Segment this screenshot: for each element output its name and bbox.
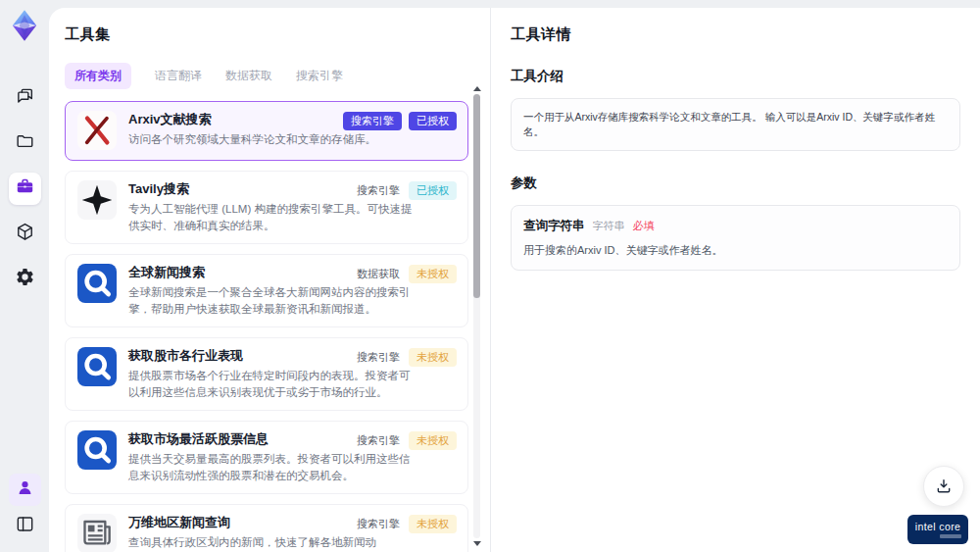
search-blue-icon — [77, 347, 117, 386]
tool-card[interactable]: Tavily搜索 专为人工智能代理 (LLM) 构建的搜索引擎工具。可快速提供实… — [65, 171, 468, 244]
tool-description: 提供当天交易量最高的股票列表。投资者可以利用这些信息来识别流动性强的股票和潜在的… — [128, 451, 415, 483]
intro-box: 一个用于从Arxiv存储库搜索科学论文和文章的工具。 输入可以是Arxiv ID… — [511, 98, 960, 151]
tool-description: 全球新闻搜索是一个聚合全球各大新闻网站内容的搜索引擎，帮助用户快速获取全球最新资… — [128, 284, 415, 317]
arxiv-logo-icon — [77, 111, 117, 150]
search-blue-icon — [77, 430, 117, 470]
scrollbar-thumb[interactable] — [473, 94, 480, 298]
download-icon — [934, 477, 954, 496]
sidebar-item-chat[interactable] — [9, 82, 41, 115]
rail-bottom — [9, 474, 41, 542]
sidebar-item-tools[interactable] — [9, 173, 41, 205]
main-panel: 工具集 所有类别语言翻译数据获取搜索引擎 Arxiv文献搜索 访问各个研究领域大… — [49, 8, 980, 552]
tool-description: 提供股票市场各个行业在特定时间段内的表现。投资者可以利用这些信息来识别表现优于或… — [128, 368, 415, 400]
sidebar-item-models[interactable] — [9, 218, 41, 250]
tab-所有类别[interactable]: 所有类别 — [65, 63, 131, 89]
parameters-container: 查询字符串 字符串 必填 用于搜索的Arxiv ID、关键字或作者姓名。 — [511, 205, 960, 271]
newspaper-icon — [77, 514, 117, 552]
tool-badges: 数据获取 未授权 — [355, 265, 457, 283]
download-button[interactable] — [923, 466, 964, 507]
parameter-header: 查询字符串 字符串 必填 — [523, 218, 948, 234]
page-title: 工具集 — [65, 25, 490, 44]
tool-details-panel: 工具详情 工具介绍 一个用于从Arxiv存储库搜索科学论文和文章的工具。 输入可… — [490, 8, 980, 552]
app-logo — [7, 8, 42, 43]
category-badge: 搜索引擎 — [355, 515, 402, 533]
tool-description: 访问各个研究领域大量科学论文和文章的存储库。 — [128, 131, 415, 148]
category-badge: 搜索引擎 — [355, 348, 402, 367]
tab-语言翻译[interactable]: 语言翻译 — [155, 63, 202, 89]
details-title: 工具详情 — [511, 25, 960, 44]
auth-status-badge: 未授权 — [409, 265, 457, 283]
intel-core-label: intel core — [915, 521, 961, 532]
auth-status-badge: 未授权 — [409, 431, 457, 450]
category-badge: 搜索引擎 — [355, 431, 402, 450]
scroll-down-arrow-icon[interactable] — [473, 541, 481, 546]
tab-搜索引擎[interactable]: 搜索引擎 — [296, 63, 343, 89]
tool-card[interactable]: Arxiv文献搜索 访问各个研究领域大量科学论文和文章的存储库。 搜索引擎 已授… — [65, 101, 468, 161]
tools-panel: 工具集 所有类别语言翻译数据获取搜索引擎 Arxiv文献搜索 访问各个研究领域大… — [49, 8, 490, 552]
category-badge: 数据获取 — [355, 265, 402, 283]
chat-icon — [15, 86, 35, 111]
scrollbar-track[interactable] — [473, 94, 480, 538]
auth-status-badge: 已授权 — [409, 112, 457, 130]
tools-scrollbar[interactable] — [472, 86, 481, 546]
parameter-name: 查询字符串 — [523, 218, 585, 234]
star-icon — [77, 180, 117, 220]
sidebar-item-files[interactable] — [9, 127, 41, 160]
tool-card[interactable]: 获取市场最活跃股票信息 提供当天交易量最高的股票列表。投资者可以利用这些信息来识… — [65, 421, 468, 494]
tool-badges: 搜索引擎 未授权 — [355, 431, 457, 450]
parameter-item: 查询字符串 字符串 必填 用于搜索的Arxiv ID、关键字或作者姓名。 — [511, 205, 960, 271]
auth-status-badge: 未授权 — [409, 515, 457, 533]
folder-icon — [15, 131, 35, 156]
scroll-up-arrow-icon[interactable] — [473, 86, 481, 91]
tool-card[interactable]: 全球新闻搜索 全球新闻搜索是一个聚合全球各大新闻网站内容的搜索引擎，帮助用户快速… — [65, 254, 468, 327]
tool-card[interactable]: 获取股市各行业表现 提供股票市场各个行业在特定时间段内的表现。投资者可以利用这些… — [65, 337, 468, 411]
intro-heading: 工具介绍 — [511, 68, 960, 85]
auth-status-badge: 已授权 — [409, 181, 457, 200]
layout-icon — [15, 514, 35, 538]
search-blue-icon — [77, 264, 117, 303]
tool-badges: 搜索引擎 已授权 — [355, 181, 457, 200]
tool-badges: 搜索引擎 已授权 — [343, 112, 457, 130]
intel-sub-mark — [940, 534, 961, 538]
tool-card[interactable]: 万维地区新闻查询 查询具体行政区划内的新闻，快速了解各地新闻动 搜索引擎 未授权 — [65, 504, 468, 552]
tool-badges: 搜索引擎 未授权 — [355, 515, 457, 533]
tool-description: 专为人工智能代理 (LLM) 构建的搜索引擎工具。可快速提供实时、准确和真实的结… — [128, 201, 415, 233]
category-badge: 搜索引擎 — [343, 112, 402, 130]
parameter-description: 用于搜索的Arxiv ID、关键字或作者姓名。 — [523, 243, 948, 258]
rail-nav — [9, 82, 41, 295]
tool-list: Arxiv文献搜索 访问各个研究领域大量科学论文和文章的存储库。 搜索引擎 已授… — [65, 101, 468, 552]
left-rail — [0, 0, 49, 552]
tool-badges: 搜索引擎 未授权 — [355, 348, 457, 367]
cube-icon — [15, 222, 35, 246]
params-heading: 参数 — [511, 175, 960, 192]
parameter-required-flag: 必填 — [633, 219, 655, 233]
tab-数据获取[interactable]: 数据获取 — [225, 63, 272, 89]
gear-icon — [15, 267, 35, 291]
sidebar-item-settings[interactable] — [9, 263, 41, 295]
auth-status-badge: 未授权 — [409, 348, 457, 367]
user-icon — [15, 477, 35, 502]
tool-description: 查询具体行政区划内的新闻，快速了解各地新闻动 — [128, 534, 415, 551]
intel-core-badge: intel core — [907, 515, 968, 544]
sidebar-item-panels[interactable] — [9, 510, 41, 542]
sidebar-item-account[interactable] — [9, 474, 41, 506]
category-tabs: 所有类别语言翻译数据获取搜索引擎 — [65, 63, 490, 89]
parameter-type: 字符串 — [593, 219, 625, 233]
briefcase-icon — [15, 176, 35, 201]
category-badge: 搜索引擎 — [355, 181, 402, 200]
